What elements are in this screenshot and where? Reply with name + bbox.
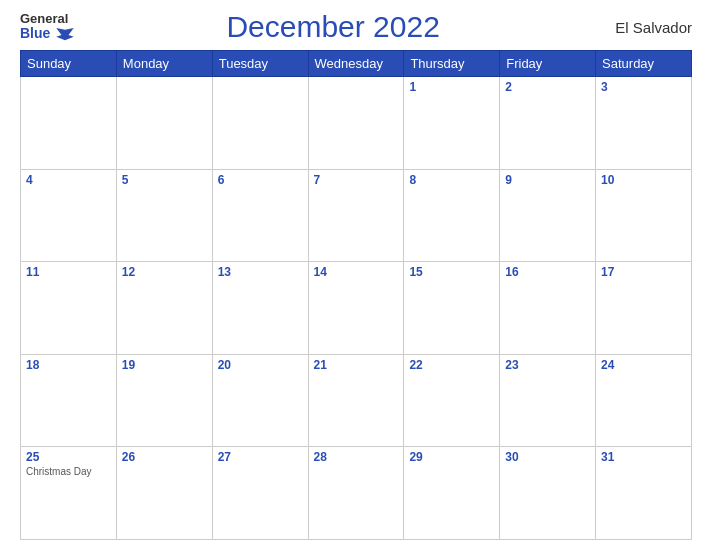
day-cell: 28 [308,447,404,540]
day-number: 7 [314,173,399,187]
week-row-1: 123 [21,77,692,170]
day-number: 3 [601,80,686,94]
day-number: 12 [122,265,207,279]
day-number: 9 [505,173,590,187]
day-cell: 20 [212,354,308,447]
day-number: 6 [218,173,303,187]
logo-general-text: General [20,12,68,26]
day-number: 23 [505,358,590,372]
day-cell: 24 [596,354,692,447]
day-number: 13 [218,265,303,279]
day-cell: 5 [116,169,212,262]
day-number: 18 [26,358,111,372]
day-number: 16 [505,265,590,279]
day-cell: 1 [404,77,500,170]
calendar-table: SundayMondayTuesdayWednesdayThursdayFrid… [20,50,692,540]
logo-bird-icon [56,28,74,42]
day-cell: 18 [21,354,117,447]
day-cell: 8 [404,169,500,262]
day-cell [308,77,404,170]
day-cell: 23 [500,354,596,447]
day-cell: 9 [500,169,596,262]
day-number: 21 [314,358,399,372]
day-number: 26 [122,450,207,464]
day-number: 15 [409,265,494,279]
day-number: 30 [505,450,590,464]
day-cell: 29 [404,447,500,540]
day-cell: 11 [21,262,117,355]
day-number: 17 [601,265,686,279]
weekday-header-sunday: Sunday [21,51,117,77]
weekday-header-tuesday: Tuesday [212,51,308,77]
day-cell: 30 [500,447,596,540]
day-cell: 22 [404,354,500,447]
day-cell: 3 [596,77,692,170]
week-row-5: 25Christmas Day262728293031 [21,447,692,540]
day-cell: 2 [500,77,596,170]
week-row-3: 11121314151617 [21,262,692,355]
day-cell [21,77,117,170]
day-number: 10 [601,173,686,187]
holiday-label: Christmas Day [26,466,111,477]
day-number: 14 [314,265,399,279]
day-number: 1 [409,80,494,94]
day-cell: 21 [308,354,404,447]
day-number: 19 [122,358,207,372]
day-number: 25 [26,450,111,464]
weekday-header-monday: Monday [116,51,212,77]
day-cell: 17 [596,262,692,355]
day-cell: 27 [212,447,308,540]
day-cell: 7 [308,169,404,262]
day-cell: 12 [116,262,212,355]
day-cell: 14 [308,262,404,355]
month-title: December 2022 [74,10,592,44]
day-number: 27 [218,450,303,464]
svg-marker-0 [56,28,74,40]
weekday-header-thursday: Thursday [404,51,500,77]
logo-blue-text: Blue [20,26,74,41]
day-cell: 31 [596,447,692,540]
day-number: 8 [409,173,494,187]
week-row-2: 45678910 [21,169,692,262]
logo: General Blue [20,12,74,42]
day-cell: 16 [500,262,596,355]
day-cell: 10 [596,169,692,262]
day-cell: 13 [212,262,308,355]
day-cell: 26 [116,447,212,540]
day-cell: 15 [404,262,500,355]
day-number: 31 [601,450,686,464]
week-row-4: 18192021222324 [21,354,692,447]
day-cell: 19 [116,354,212,447]
day-number: 4 [26,173,111,187]
day-number: 28 [314,450,399,464]
weekday-header-wednesday: Wednesday [308,51,404,77]
calendar-header: General Blue December 2022 El Salvador [20,10,692,44]
weekday-header-friday: Friday [500,51,596,77]
day-number: 11 [26,265,111,279]
day-cell [212,77,308,170]
day-cell: 4 [21,169,117,262]
day-cell: 25Christmas Day [21,447,117,540]
day-number: 20 [218,358,303,372]
day-number: 24 [601,358,686,372]
day-number: 2 [505,80,590,94]
weekday-header-row: SundayMondayTuesdayWednesdayThursdayFrid… [21,51,692,77]
weekday-header-saturday: Saturday [596,51,692,77]
day-number: 29 [409,450,494,464]
country-label: El Salvador [592,19,692,36]
day-number: 5 [122,173,207,187]
day-number: 22 [409,358,494,372]
day-cell: 6 [212,169,308,262]
day-cell [116,77,212,170]
